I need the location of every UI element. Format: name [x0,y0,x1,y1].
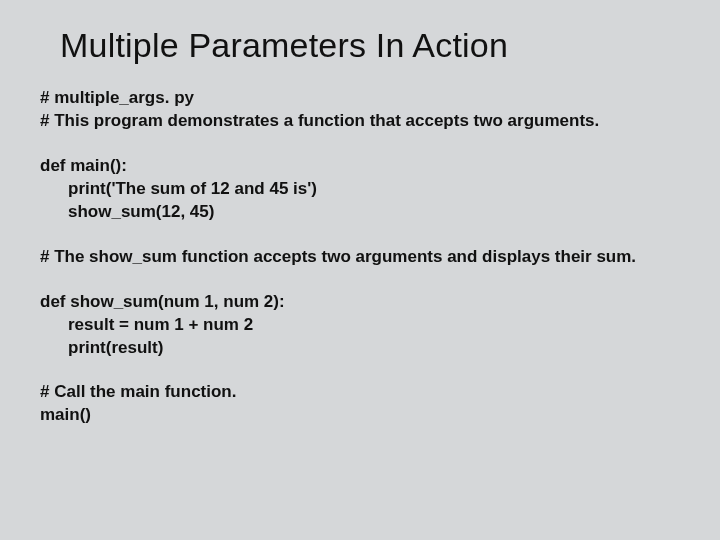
code-line: # Call the main function. [40,381,680,404]
code-line: # This program demonstrates a function t… [40,110,680,133]
code-line: main() [40,404,680,427]
code-block-comment-showsum: # The show_sum function accepts two argu… [40,246,680,269]
slide: Multiple Parameters In Action # multiple… [0,0,720,540]
code-line: show_sum(12, 45) [40,201,680,224]
code-line: result = num 1 + num 2 [40,314,680,337]
code-line: # multiple_args. py [40,87,680,110]
code-block-header-comment: # multiple_args. py # This program demon… [40,87,680,133]
code-line: def main(): [40,155,680,178]
code-block-call-main: # Call the main function. main() [40,381,680,427]
code-line: print('The sum of 12 and 45 is') [40,178,680,201]
code-line: # The show_sum function accepts two argu… [40,246,680,269]
code-line: def show_sum(num 1, num 2): [40,291,680,314]
code-block-showsum: def show_sum(num 1, num 2): result = num… [40,291,680,360]
slide-title: Multiple Parameters In Action [60,26,680,65]
code-line: print(result) [40,337,680,360]
code-block-main: def main(): print('The sum of 12 and 45 … [40,155,680,224]
